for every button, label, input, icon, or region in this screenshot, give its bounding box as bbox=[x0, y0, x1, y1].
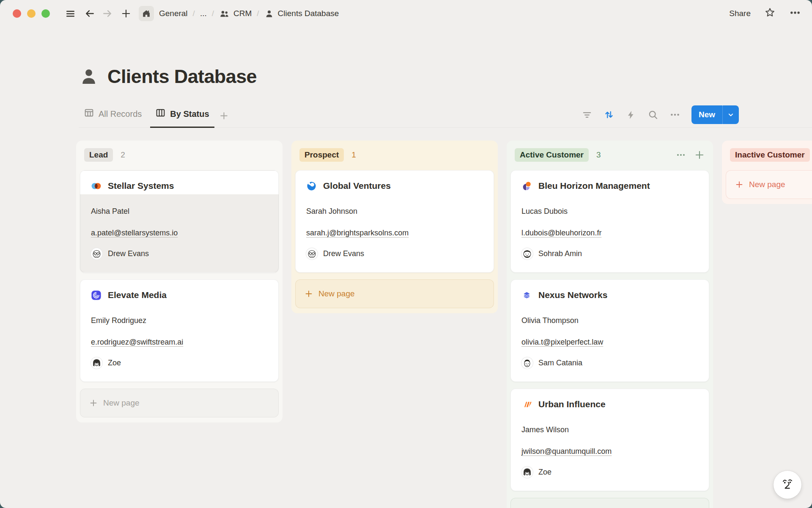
search-icon[interactable] bbox=[644, 106, 662, 124]
card-title-row: Bleu Horizon Management bbox=[521, 180, 699, 192]
card-owner-row: Sohrab Amin bbox=[521, 248, 699, 260]
card-nexus-networks[interactable]: Nexus NetworksOlivia Thompsonolivia.t@pi… bbox=[510, 279, 709, 382]
bleu-logo-icon bbox=[521, 180, 532, 192]
card-company-name: Bleu Horizon Management bbox=[538, 181, 650, 191]
column-status-chip[interactable]: Prospect bbox=[299, 148, 344, 162]
card-contact-name: Sarah Johnson bbox=[306, 207, 483, 216]
avatar-drew bbox=[306, 248, 318, 260]
minimize-window-button[interactable] bbox=[27, 9, 36, 18]
card-owner-row: Sam Catania bbox=[521, 357, 699, 369]
new-page-label: New page bbox=[749, 180, 785, 189]
column-status-chip[interactable]: Inactive Customer bbox=[730, 148, 810, 162]
table-view-icon bbox=[84, 108, 94, 120]
back-arrow-icon[interactable] bbox=[82, 6, 97, 21]
new-button-label[interactable]: New bbox=[691, 105, 722, 124]
board-view-icon bbox=[155, 108, 166, 120]
new-page-button-lead[interactable]: New page bbox=[80, 389, 279, 417]
card-global-ventures[interactable]: Global VenturesSarah Johnsonsarah.j@brig… bbox=[295, 170, 494, 273]
more-options-icon[interactable] bbox=[789, 7, 801, 21]
card-contact-name: Emily Rodriguez bbox=[91, 316, 268, 325]
new-record-button[interactable]: New bbox=[691, 105, 739, 124]
kanban-board: Lead2Stellar SystemsAisha Patela.patel@s… bbox=[0, 141, 812, 508]
notion-ai-button[interactable] bbox=[774, 471, 801, 499]
card-email-link[interactable]: a.patel@stellarsystems.io bbox=[91, 229, 178, 237]
column-add-icon[interactable] bbox=[693, 149, 706, 161]
card-contact-name: James Wilson bbox=[521, 425, 699, 434]
sort-icon[interactable] bbox=[600, 106, 618, 124]
new-page-button-prospect[interactable]: New page bbox=[295, 279, 494, 308]
column-status-chip[interactable]: Lead bbox=[84, 148, 113, 162]
tab-all-records[interactable]: All Records bbox=[79, 104, 147, 128]
filter-icon[interactable] bbox=[578, 106, 596, 124]
column-more-icon[interactable] bbox=[675, 149, 687, 161]
breadcrumb-separator: / bbox=[212, 9, 214, 18]
card-email-link[interactable]: e.rodriguez@swiftstream.ai bbox=[91, 338, 183, 347]
card-owner-name: Drew Evans bbox=[323, 249, 364, 258]
card-title-row: Stellar Systems bbox=[91, 180, 268, 192]
card-owner-name: Sohrab Amin bbox=[538, 249, 582, 258]
breadcrumb-item-crm[interactable]: CRM bbox=[219, 8, 252, 19]
breadcrumb-item-general[interactable]: General bbox=[159, 9, 188, 18]
breadcrumb-item-clients-database[interactable]: Clients Database bbox=[264, 9, 339, 19]
tab-by-status[interactable]: By Status bbox=[150, 104, 214, 128]
new-tab-plus-icon[interactable] bbox=[118, 6, 134, 21]
avatar-zoe bbox=[521, 466, 533, 478]
automation-icon[interactable] bbox=[622, 106, 640, 124]
card-company-name: Global Ventures bbox=[323, 181, 391, 191]
forward-arrow-icon[interactable] bbox=[100, 6, 115, 21]
urban-logo-icon bbox=[521, 399, 532, 410]
card-title-row: Elevate Media bbox=[91, 289, 268, 301]
stellar-logo-icon bbox=[91, 180, 102, 192]
card-urban-influence[interactable]: Urban InfluenceJames Wilsonjwilson@quant… bbox=[510, 389, 709, 491]
card-elevate-media[interactable]: Elevate MediaEmily Rodrigueze.rodriguez@… bbox=[80, 279, 279, 382]
breadcrumb-item--[interactable]: ... bbox=[200, 9, 207, 18]
breadcrumb-label: Clients Database bbox=[278, 9, 339, 18]
card-email-link[interactable]: olivia.t@pixelperfect.law bbox=[521, 338, 603, 347]
team-icon bbox=[219, 8, 230, 19]
new-page-label: New page bbox=[318, 289, 355, 298]
card-bleu-horizon-management[interactable]: Bleu Horizon ManagementLucas Duboisl.dub… bbox=[510, 170, 709, 273]
new-page-button-inactive[interactable]: New page bbox=[726, 170, 812, 199]
card-company-name: Stellar Systems bbox=[108, 181, 174, 191]
person-icon bbox=[264, 9, 274, 19]
add-view-plus-icon[interactable] bbox=[218, 107, 232, 127]
card-contact-name: Aisha Patel bbox=[91, 207, 268, 216]
card-email-link[interactable]: l.dubois@bleuhorizon.fr bbox=[521, 229, 601, 237]
person-page-icon[interactable] bbox=[79, 66, 99, 87]
card-email-link[interactable]: jwilson@quantumquill.com bbox=[521, 447, 612, 456]
card-email-link[interactable]: sarah.j@brightsparksolns.com bbox=[306, 229, 409, 237]
column-active: Active Customer3Bleu Horizon ManagementL… bbox=[507, 141, 713, 508]
global-logo-icon bbox=[306, 180, 317, 192]
card-owner-name: Drew Evans bbox=[108, 249, 149, 258]
elevate-logo-icon bbox=[91, 290, 102, 301]
sidebar-menu-icon[interactable] bbox=[63, 6, 78, 21]
tab-label: All Records bbox=[99, 109, 142, 119]
avatar-zoe bbox=[91, 357, 103, 369]
avatar-sam bbox=[521, 357, 533, 369]
breadcrumb-label: ... bbox=[200, 9, 207, 18]
more-icon[interactable] bbox=[666, 106, 684, 124]
tab-label: By Status bbox=[170, 109, 209, 119]
column-status-chip[interactable]: Active Customer bbox=[515, 148, 589, 162]
page-title: Clients Database bbox=[107, 66, 257, 88]
card-title-row: Nexus Networks bbox=[521, 289, 699, 301]
card-title-row: Urban Influence bbox=[521, 398, 699, 410]
avatar-sohrab bbox=[521, 248, 533, 260]
column-count: 2 bbox=[121, 150, 125, 160]
card-owner-name: Zoe bbox=[108, 359, 121, 367]
new-page-button-active[interactable]: New page bbox=[510, 498, 709, 508]
favorite-star-icon[interactable] bbox=[764, 7, 776, 20]
card-contact-name: Lucas Dubois bbox=[521, 207, 699, 216]
breadcrumb-separator: / bbox=[257, 9, 259, 18]
plus-icon bbox=[304, 289, 313, 298]
zoom-window-button[interactable] bbox=[41, 9, 50, 18]
chevron-down-icon[interactable] bbox=[722, 105, 739, 124]
card-stellar-systems[interactable]: Stellar SystemsAisha Patela.patel@stella… bbox=[80, 170, 279, 273]
page-header: Clients Database bbox=[79, 64, 812, 89]
column-count: 1 bbox=[351, 150, 356, 160]
home-icon[interactable] bbox=[139, 6, 154, 21]
nexus-logo-icon bbox=[521, 290, 532, 301]
plus-icon bbox=[735, 180, 744, 189]
close-window-button[interactable] bbox=[13, 9, 21, 18]
share-button[interactable]: Share bbox=[729, 9, 751, 18]
